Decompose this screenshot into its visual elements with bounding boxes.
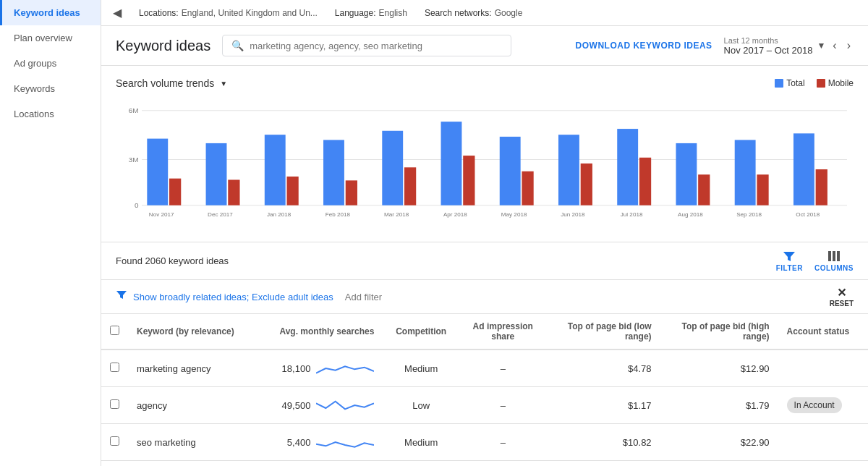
svg-text:Nov 2017: Nov 2017 [149,211,174,218]
bar-jul2018-mobile [639,158,651,206]
account-status-cell [778,424,868,461]
filter-button[interactable]: FILTER [776,250,803,272]
ad-impression-column-header: Ad impressionshare [459,314,547,350]
bar-nov2017-total [147,139,168,206]
table-row: seo marketing 5,400 Medium – $10.82 $22.… [101,424,868,461]
bar-dec2017-mobile [228,179,239,205]
date-range: Last 12 months Nov 2017 – Oct 2018 ▼ ‹ › [724,36,854,56]
add-filter-button[interactable]: Add filter [345,292,382,302]
row-checkbox-cell[interactable] [101,387,128,424]
bar-sep2018-mobile [757,174,768,205]
row-checkbox[interactable] [110,399,119,409]
bar-aug2018-total [676,143,697,206]
svg-text:Apr 2018: Apr 2018 [443,211,467,218]
table-row: agency 49,500 Low – $1.17 $1.79 In Accou… [101,387,868,424]
svg-text:Jan 2018: Jan 2018 [267,211,292,218]
back-arrow[interactable]: ◀ [113,6,122,20]
columns-button[interactable]: COLUMNS [814,250,854,272]
found-text: Found 2060 keyword ideas [116,255,229,266]
sparkline-chart [316,357,374,379]
reset-button[interactable]: ✕ RESET [830,286,854,308]
search-icon: 🔍 [231,40,244,51]
filter-icon [783,250,796,263]
found-bar: Found 2060 keyword ideas FILTER COLUMNS [101,242,868,280]
ad-impression-cell: – [459,424,547,461]
filter-link[interactable]: Show broadly related ideas; Exclude adul… [133,292,333,302]
bar-chart: 6M 3M 0 Nov 2017 Dec 2017 Jan 2018 [116,98,854,230]
content-area: Keyword ideas 🔍 DOWNLOAD KEYWORD IDEAS L… [101,26,868,466]
action-icons: FILTER COLUMNS [776,250,854,272]
topbar-networks: Search networks: Google [425,8,522,18]
bar-mar2018-total [382,131,403,206]
account-status-cell [778,350,868,387]
sidebar-item-keyword-ideas[interactable]: Keyword ideas [0,0,101,25]
competition-column-header: Competition [383,314,459,350]
topbar-locations: Locations: England, United Kingdom and U… [139,8,318,18]
keyword-cell: seo marketing [128,424,257,461]
svg-text:3M: 3M [129,156,139,164]
svg-text:Jul 2018: Jul 2018 [621,211,643,218]
legend-total-label: Total [786,78,804,88]
select-all-checkbox[interactable] [110,326,119,335]
bar-aug2018-mobile [698,174,710,205]
bid-low-cell: $1.17 [547,387,660,424]
sidebar-item-plan-overview[interactable]: Plan overview [0,25,101,51]
legend-total: Total [775,78,804,88]
svg-text:Sep 2018: Sep 2018 [736,211,762,218]
legend-total-color [775,79,783,88]
bar-mar2018-mobile [404,167,416,205]
date-dropdown-arrow[interactable]: ▼ [817,41,825,51]
ad-impression-cell: – [459,387,547,424]
bar-sep2018-total [735,140,756,205]
bid-low-column-header: Top of page bid (lowrange) [547,314,660,350]
bar-jan2018-total [265,135,286,205]
bar-oct2018-total [793,133,814,205]
chart-section: Search volume trends ▼ Total Mobile [101,66,868,242]
bid-high-cell: $22.90 [660,424,778,461]
svg-text:Oct 2018: Oct 2018 [796,211,820,218]
sidebar-item-keywords[interactable]: Keywords [0,76,101,101]
chart-legend: Total Mobile [775,78,854,88]
row-checkbox[interactable] [110,363,119,372]
bid-low-cell: $4.78 [547,350,660,387]
date-prev-arrow[interactable]: ‹ [830,38,839,54]
svg-text:Feb 2018: Feb 2018 [326,211,351,218]
sparkline-chart [316,431,374,453]
keyword-column-header: Keyword (by relevance) [128,314,257,350]
row-checkbox-cell[interactable] [101,424,128,461]
bar-jul2018-total [617,129,638,206]
svg-text:6M: 6M [129,106,139,114]
monthly-cell: 18,100 [257,350,383,386]
bid-low-cell: $10.82 [547,424,660,461]
bar-oct2018-mobile [816,169,827,206]
date-range-label: Last 12 months [724,36,813,45]
legend-mobile-color [817,79,825,88]
header-row: Keyword ideas 🔍 DOWNLOAD KEYWORD IDEAS L… [101,26,868,66]
row-checkbox-cell[interactable] [101,350,128,387]
search-input[interactable] [250,41,502,51]
search-box[interactable]: 🔍 [222,35,511,56]
bid-high-cell: $12.90 [660,350,778,387]
row-checkbox[interactable] [110,436,119,446]
download-keyword-ideas-button[interactable]: DOWNLOAD KEYWORD IDEAS [576,41,712,51]
chart-dropdown-arrow[interactable]: ▼ [220,80,227,88]
chart-title: Search volume trends [116,77,214,89]
table-row: marketing agency 18,100 Medium – $4.78 $… [101,350,868,387]
bar-jan2018-mobile [286,177,298,206]
in-account-badge: In Account [787,397,842,413]
select-all-header[interactable] [101,314,128,350]
bid-high-cell: $1.79 [660,387,778,424]
topbar-language: Language: English [335,8,407,18]
main-content: ◀ Locations: England, United Kingdom and… [101,0,868,466]
legend-mobile-label: Mobile [828,78,854,88]
account-status-cell: In Account [778,387,868,424]
bar-feb2018-total [323,140,344,205]
date-next-arrow[interactable]: › [844,38,854,54]
svg-text:0: 0 [135,201,139,209]
sidebar-item-ad-groups[interactable]: Ad groups [0,51,101,76]
svg-text:May 2018: May 2018 [501,211,527,218]
sidebar-item-locations[interactable]: Locations [0,101,101,127]
svg-rect-19 [833,251,835,261]
svg-rect-18 [828,251,831,261]
filter-funnel-icon [116,289,127,304]
